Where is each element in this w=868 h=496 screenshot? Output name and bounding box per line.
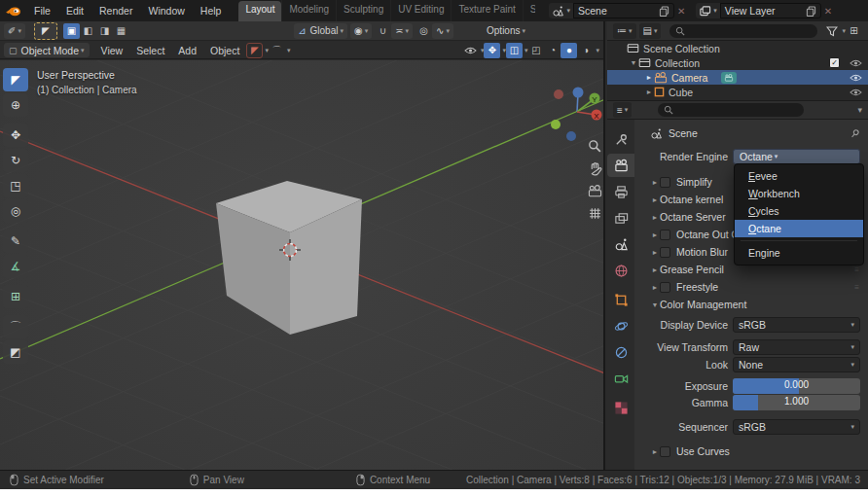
tab-sculpting[interactable]: Sculpting xyxy=(336,0,390,21)
tab-render[interactable] xyxy=(607,154,634,177)
simplify-checkbox[interactable] xyxy=(660,177,670,188)
tab-shading[interactable]: Shading xyxy=(523,0,536,21)
new-collection-icon[interactable]: ⊞ xyxy=(846,23,862,39)
outliner-search-input[interactable] xyxy=(669,24,817,38)
snap-to-dropdown[interactable]: ≍▾ xyxy=(391,23,413,39)
row-cube[interactable]: ► Cube xyxy=(607,85,868,99)
camera-view-icon[interactable] xyxy=(585,181,603,200)
hide-eye-icon[interactable] xyxy=(850,73,862,83)
tab-object[interactable] xyxy=(607,288,634,311)
pan-view-icon[interactable] xyxy=(585,159,603,178)
tab-texture-paint[interactable]: Texture Paint xyxy=(451,0,522,21)
tab-object-data[interactable] xyxy=(607,367,634,390)
proportional-editing-icon[interactable]: ◎ xyxy=(416,23,432,39)
expand-icon[interactable]: ▼ xyxy=(629,59,638,66)
exposure-slider[interactable]: 0.000 xyxy=(733,378,860,394)
select-mode-new-icon[interactable]: ▣ xyxy=(63,23,80,39)
camera-data-icon[interactable] xyxy=(721,72,737,84)
viewport-canvas[interactable]: User Perspective (1) Collection | Camera… xyxy=(0,60,603,470)
menu-file[interactable]: File xyxy=(26,2,58,19)
menu-item-octane[interactable]: Octane xyxy=(735,220,863,237)
blender-logo-icon[interactable] xyxy=(5,4,22,18)
render-engine-dropdown[interactable]: Octane ▾ xyxy=(733,149,860,164)
shading-wireframe-icon[interactable]: ◔ xyxy=(544,43,561,58)
pivot-point-dropdown[interactable]: ◉▾ xyxy=(350,23,372,39)
view-layer-field[interactable]: View Layer xyxy=(720,3,821,18)
panel-color-management[interactable]: ▼Color Management xyxy=(638,296,860,313)
tool-shear[interactable]: ◩ xyxy=(3,340,28,364)
row-camera[interactable]: ► Camera xyxy=(607,70,868,85)
outliner-display-mode-dropdown[interactable]: ▤▾ xyxy=(639,23,662,39)
shading-material-icon[interactable]: ◑ xyxy=(577,43,594,58)
navigation-gizmo[interactable]: Y X xyxy=(549,86,603,144)
tab-uv-editing[interactable]: UV Editing xyxy=(390,0,451,21)
display-device-select[interactable]: sRGB▾ xyxy=(733,317,860,333)
motion-blur-checkbox[interactable] xyxy=(660,247,670,258)
toggle-xray-icon[interactable]: ◰ xyxy=(527,43,544,58)
tab-texture[interactable] xyxy=(607,396,634,419)
view-transform-select[interactable]: Raw▾ xyxy=(733,339,860,355)
active-tool-button[interactable]: ◤ xyxy=(34,22,57,40)
outliner-editor-dropdown[interactable]: ≔▾ xyxy=(613,23,636,39)
select-mode-invert-icon[interactable]: ▦ xyxy=(113,23,129,39)
properties-options-dropdown[interactable]: ▾ xyxy=(857,105,862,115)
menu-view[interactable]: View xyxy=(94,45,130,56)
sequencer-select[interactable]: sRGB▾ xyxy=(733,419,860,435)
tab-scene[interactable] xyxy=(607,232,634,256)
tool-cursor[interactable]: ⊕ xyxy=(3,93,28,117)
view-layer-icon[interactable]: ▾ xyxy=(696,3,720,18)
menu-edit[interactable]: Edit xyxy=(58,2,91,19)
menu-item-eevee[interactable]: Eevee xyxy=(735,167,863,185)
tab-modeling[interactable]: Modeling xyxy=(281,0,336,21)
falloff-mode-dropdown[interactable]: ⌒ xyxy=(269,43,285,58)
tab-output[interactable] xyxy=(607,180,634,203)
row-collection[interactable]: ▼ Collection ✓ xyxy=(607,55,868,70)
editor-type-dropdown[interactable]: ✐▾ xyxy=(4,23,25,39)
tool-add-cube[interactable]: ⊞ xyxy=(3,285,28,308)
tool-scale[interactable]: ◳ xyxy=(3,174,28,197)
pin-icon[interactable] xyxy=(848,125,862,140)
hide-eye-icon[interactable] xyxy=(850,88,862,97)
properties-editor-dropdown[interactable]: ≡▾ xyxy=(613,102,632,118)
out-of-core-checkbox[interactable] xyxy=(660,230,670,240)
falloff-dropdown[interactable]: ∿▾ xyxy=(432,23,453,39)
menu-object[interactable]: Object xyxy=(203,45,246,56)
options-dropdown[interactable]: Options▾ xyxy=(483,23,529,39)
menu-window[interactable]: Window xyxy=(140,2,192,19)
tool-corner[interactable]: ⌒ xyxy=(3,315,28,338)
view-layer-remove-icon[interactable]: ✕ xyxy=(821,6,835,17)
tweak-tool-dropdown[interactable]: ◤ xyxy=(246,43,263,58)
filter-icon[interactable] xyxy=(823,23,840,39)
object-mode-dropdown[interactable]: ▢Object Mode▾ xyxy=(4,43,90,57)
properties-search-input[interactable] xyxy=(658,103,804,117)
tool-select-box[interactable]: ◤ xyxy=(3,68,28,91)
tool-rotate[interactable]: ↻ xyxy=(3,149,28,172)
tab-view-layer[interactable] xyxy=(607,206,634,230)
perspective-toggle-icon[interactable] xyxy=(585,203,603,223)
scene-name-field[interactable]: Scene xyxy=(573,3,674,18)
panel-use-curves[interactable]: ►Use Curves xyxy=(638,443,860,460)
row-scene-collection[interactable]: Scene Collection xyxy=(607,41,868,55)
tool-annotate[interactable]: ✎ xyxy=(3,230,28,253)
menu-item-cycles[interactable]: Cycles xyxy=(735,202,863,220)
shading-dropdown[interactable]: ▾ xyxy=(596,47,599,54)
hide-eye-icon[interactable] xyxy=(850,58,862,68)
menu-item-engine[interactable]: Engine xyxy=(735,244,863,262)
tab-world[interactable] xyxy=(607,259,634,282)
transform-orientation-dropdown[interactable]: ⊿Global▾ xyxy=(294,23,347,39)
expand-icon[interactable]: ► xyxy=(644,89,654,95)
look-select[interactable]: None▾ xyxy=(733,357,860,372)
tab-tool[interactable] xyxy=(607,127,634,151)
menu-item-workbench[interactable]: Workbench xyxy=(735,185,863,202)
menu-help[interactable]: Help xyxy=(193,2,230,19)
show-overlays-icon[interactable]: ◫ xyxy=(506,43,523,58)
expand-icon[interactable]: ► xyxy=(644,74,654,81)
tab-constraints[interactable] xyxy=(607,340,634,364)
menu-select[interactable]: Select xyxy=(129,45,171,56)
scene-unlink-icon[interactable]: ✕ xyxy=(674,6,688,17)
select-mode-subtract-icon[interactable]: ◨ xyxy=(96,23,113,39)
default-cube[interactable] xyxy=(216,181,362,335)
use-curves-checkbox[interactable] xyxy=(660,446,670,457)
tab-physics[interactable] xyxy=(607,314,634,337)
tool-transform[interactable]: ◎ xyxy=(3,199,28,223)
